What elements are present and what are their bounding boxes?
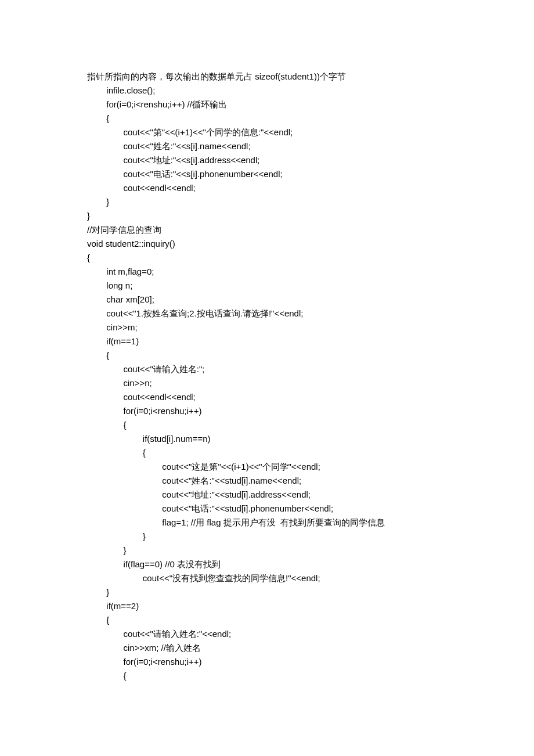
code-line: if(stud[i].num==n) xyxy=(87,432,447,446)
code-line: { xyxy=(87,669,447,683)
code-line: cout<<"地址:"<<stud[i].address<<endl; xyxy=(87,488,447,502)
code-line: for(i=0;i<renshu;i++) //循环输出 xyxy=(87,98,447,111)
code-line: { xyxy=(87,111,447,125)
code-line: cin>>xm; //输入姓名 xyxy=(87,641,447,655)
code-line: } xyxy=(87,209,447,223)
code-line: for(i=0;i<renshu;i++) xyxy=(87,655,447,669)
code-line: cout<<"姓名:"<<s[i].name<<endl; xyxy=(87,139,447,153)
code-line: cout<<"地址:"<<s[i].address<<endl; xyxy=(87,153,447,167)
code-line: cin>>n; xyxy=(87,376,447,390)
code-line: 指针所指向的内容，每次输出的数据单元占 sizeof(student1))个字节 xyxy=(87,70,447,84)
code-line: { xyxy=(87,613,447,627)
code-line: cout<<"电话:"<<stud[i].phonenumber<<endl; xyxy=(87,502,447,516)
code-line: { xyxy=(87,251,447,265)
code-line: { xyxy=(87,348,447,362)
code-line: long n; xyxy=(87,279,447,293)
code-line: infile.close(); xyxy=(87,84,447,98)
code-line: char xm[20]; xyxy=(87,293,447,307)
code-line: cout<<"这是第"<<(i+1)<<"个同学"<<endl; xyxy=(87,460,447,474)
code-line: cout<<"姓名:"<<stud[i].name<<endl; xyxy=(87,474,447,488)
code-line: cout<<"电话:"<<s[i].phonenumber<<endl; xyxy=(87,167,447,181)
code-line: for(i=0;i<renshu;i++) xyxy=(87,404,447,418)
code-line: //对同学信息的查询 xyxy=(87,223,447,237)
code-line: cout<<"没有找到您查查找的同学信息!"<<endl; xyxy=(87,571,447,585)
code-line: if(m==1) xyxy=(87,334,447,348)
code-line: void student2::inquiry() xyxy=(87,237,447,251)
code-line: cout<<"第"<<(i+1)<<"个同学的信息:"<<endl; xyxy=(87,125,447,139)
code-line: flag=1; //用 flag 提示用户有没 有找到所要查询的同学信息 xyxy=(87,516,447,530)
code-line: } xyxy=(87,543,447,557)
code-line: cin>>m; xyxy=(87,321,447,334)
code-line: } xyxy=(87,195,447,209)
code-line: cout<<"请输入姓名:"; xyxy=(87,362,447,376)
code-line: if(m==2) xyxy=(87,599,447,613)
code-line: cout<<"请输入姓名:"<<endl; xyxy=(87,627,447,641)
code-line: cout<<"1.按姓名查询;2.按电话查询.请选择!"<<endl; xyxy=(87,307,447,321)
code-line: } xyxy=(87,530,447,543)
code-line: cout<<endl<<endl; xyxy=(87,181,447,195)
code-line: { xyxy=(87,446,447,460)
code-line: int m,flag=0; xyxy=(87,265,447,279)
code-line: { xyxy=(87,418,447,432)
code-line: cout<<endl<<endl; xyxy=(87,390,447,404)
code-line: if(flag==0) //0 表没有找到 xyxy=(87,557,447,571)
code-line: } xyxy=(87,585,447,599)
document-page: 指针所指向的内容，每次输出的数据单元占 sizeof(student1))个字节… xyxy=(0,0,534,753)
